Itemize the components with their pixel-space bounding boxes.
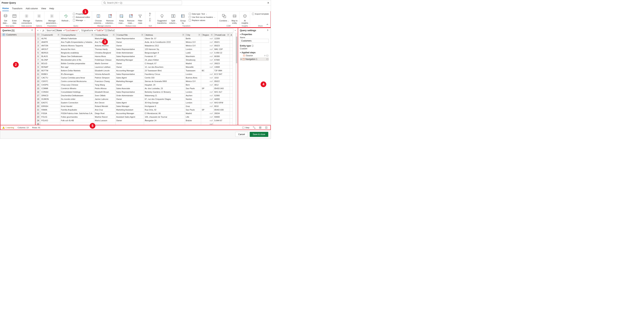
table-row[interactable]: 24FOLKOFolk och fä HBMaria LarssonOwnerÅ… <box>36 119 233 122</box>
collapse-queries-button[interactable] <box>31 29 33 32</box>
combine-button[interactable]: Combine⌄ <box>218 12 230 22</box>
sort-asc-button[interactable]: A↓Z <box>146 12 154 17</box>
save-close-button[interactable]: Save & close <box>250 132 268 137</box>
split-column-button[interactable]: Splitcolumn⌄ <box>168 12 178 24</box>
column-header-postalcode[interactable]: ABCPostalCode▾ <box>214 33 230 37</box>
filter-button[interactable]: ▾ <box>58 34 59 36</box>
filter-button[interactable]: ▾ <box>92 34 93 36</box>
tab-transform[interactable]: Transform <box>12 6 22 11</box>
ribbon-collapse-button[interactable] <box>266 23 268 26</box>
grid-view-button[interactable] <box>258 126 262 129</box>
filter-button[interactable]: ▾ <box>141 34 143 36</box>
step-menu-icon[interactable] <box>266 54 268 57</box>
table-row[interactable]: 19EASTCEastern ConnectionAnn DevonSales … <box>36 101 233 104</box>
formula-cancel-button[interactable]: ✕ <box>37 29 39 32</box>
formula-expand-button[interactable] <box>234 29 236 32</box>
table-row[interactable]: 22FISSAFISSA Fabrica Inter. Salchichas S… <box>36 112 233 115</box>
applied-steps-section[interactable]: ▾Applied steps <box>240 51 269 54</box>
tab-add-column[interactable]: Add column <box>26 6 38 11</box>
filter-button[interactable]: ▾ <box>182 34 184 36</box>
column-header-region[interactable]: ABCRegion▾ <box>201 33 214 37</box>
group-by-button[interactable]: Groupby <box>179 12 187 24</box>
applied-step[interactable]: ✕Navigation 1 <box>240 58 269 61</box>
info-icon[interactable]: i <box>252 45 254 47</box>
use-first-row-as-headers-button[interactable]: Use first row as headers⌄ <box>188 16 216 18</box>
tab-home[interactable]: Home <box>2 6 9 11</box>
table-row[interactable]: 14CHOPSChop-suey ChineseYang WangOwnerHa… <box>36 83 233 86</box>
column-overflow[interactable]: A <box>230 33 233 37</box>
formula-input[interactable]: Source{[Name = "Customers", Signature = … <box>45 28 233 32</box>
choose-columns-button[interactable]: Choosecolumns⌄ <box>93 12 104 24</box>
remove-rows-button[interactable]: Removerows⌄ <box>126 12 135 24</box>
step-menu-icon[interactable] <box>266 58 268 60</box>
table-row[interactable]: 4AROUTAround the HornThomas HardySales R… <box>36 48 233 51</box>
options-button[interactable]: Options <box>35 12 43 22</box>
formula-accept-button[interactable]: ✓ <box>40 29 42 32</box>
sort-desc-button[interactable]: Z↓A <box>146 18 154 22</box>
table-row[interactable]: 13CENTCCentro comercial MoctezumaFrancis… <box>36 80 233 83</box>
data-table[interactable]: ABCCustomerID▾ABCCompanyName▾ABCContactN… <box>36 33 233 125</box>
table-row[interactable]: 16CONSHConsolidated HoldingsElizabeth Br… <box>36 90 233 94</box>
table-row[interactable]: 17DRACDDrachenblut DelikatessenSven Ottl… <box>36 94 233 97</box>
get-data-button[interactable]: Getdata⌄ <box>2 12 10 24</box>
gear-icon[interactable] <box>264 54 266 57</box>
table-row[interactable]: 20ERNSHErnst HandelRoland MendelSales Ma… <box>36 104 233 108</box>
tab-view[interactable]: View <box>41 6 46 11</box>
search-input[interactable] <box>107 2 180 4</box>
table-row[interactable]: 5BERGSBerglunds snabbköpChristina Berglu… <box>36 51 233 54</box>
table-row[interactable]: 21FAMIAFamilia ArquibaldoAria CruzMarket… <box>36 108 233 112</box>
advanced-editor-button[interactable]: Advanced editor <box>72 16 91 18</box>
ai-insights-button[interactable]: AIinsights <box>241 12 249 24</box>
manage-parameters-button[interactable]: Manageparameters⌄ <box>46 12 59 24</box>
search-box[interactable] <box>102 1 182 5</box>
close-button[interactable]: ✕ <box>267 2 269 4</box>
filter-button[interactable]: ▾ <box>211 34 213 36</box>
cancel-button[interactable]: Cancel <box>235 132 248 137</box>
column-header-contactname[interactable]: ABCContactName▾ <box>94 33 116 37</box>
keep-rows-button[interactable]: Keeprows⌄ <box>118 12 125 24</box>
table-row[interactable]: 3ANTONAntonio Moreno TaqueríaAntonio Mor… <box>36 44 233 48</box>
refresh-button[interactable]: Refresh⌄ <box>61 12 71 22</box>
table-row[interactable]: 8BOLIDBólido Comidas preparadasMartín So… <box>36 62 233 65</box>
column-header-customerid[interactable]: ABCCustomerID▾ <box>41 33 60 37</box>
query-name-input[interactable] <box>240 39 269 43</box>
data-type-text-button[interactable]: Data type: Text⌄ <box>188 12 216 15</box>
properties-section[interactable]: ▾Properties <box>240 33 269 36</box>
table-row[interactable]: 23FOLIGFolies gourmandesMartine RancéAss… <box>36 115 233 119</box>
map-to-entity-button[interactable]: CDMMap toentity <box>231 12 238 24</box>
table-row[interactable]: 10BOTTMBottom-Dollar MarketsElizabeth Li… <box>36 69 233 72</box>
step-button[interactable]: Step <box>241 126 250 129</box>
table-row[interactable]: 18DUMONDu monde entierJanine LabruneOwne… <box>36 97 233 101</box>
enter-data-button[interactable]: Enterdata <box>10 12 18 24</box>
table-row[interactable]: 25null <box>36 122 233 125</box>
manage-button[interactable]: Manage⌄ <box>72 19 91 22</box>
table-row[interactable]: 1ALFKIAlfreds FutterkisteMaria AndersSal… <box>36 37 233 40</box>
schema-view-button[interactable] <box>264 126 268 129</box>
vertical-scrollbar[interactable] <box>236 33 238 125</box>
table-row[interactable]: 9BONAPBon app'Laurence LebihanOwner12, r… <box>36 65 233 69</box>
table-row[interactable]: 15COMMIComércio MineiroPedro AfonsoSales… <box>36 86 233 90</box>
table-row[interactable]: 7BLONPBlondesddsl père et filsFrédérique… <box>36 58 233 62</box>
column-header-companyname[interactable]: ABCCompanyName▾ <box>60 33 94 37</box>
applied-step[interactable]: Source <box>240 54 269 58</box>
column-header-city[interactable]: ABCCity▾ <box>185 33 201 37</box>
table-row[interactable]: 11BSBEVB's BeveragesVictoria AshworthSal… <box>36 72 233 76</box>
replace-values-button[interactable]: Replace values <box>188 19 216 22</box>
diagram-view-button[interactable] <box>252 126 256 129</box>
suggested-transforms-button[interactable]: Suggestedtransforms <box>156 12 167 24</box>
remove-columns-button[interactable]: Removecolumns⌄ <box>105 12 115 24</box>
filter-button[interactable]: ▾ <box>198 34 200 36</box>
delete-step-icon[interactable]: ✕ <box>240 58 242 60</box>
column-header-contacttitle[interactable]: ABCContactTitle▾ <box>116 33 144 37</box>
filter-rows-button[interactable]: Filterrows <box>136 12 144 24</box>
table-corner[interactable] <box>36 33 41 37</box>
filter-button[interactable]: ▾ <box>227 34 229 36</box>
table-row[interactable]: 2ANATRAna Trujillo Emparedados y helados… <box>36 40 233 44</box>
collapse-settings-button[interactable] <box>267 29 269 32</box>
table-row[interactable]: 12CACTUCactus Comidas para llevarPatrici… <box>36 76 233 80</box>
export-template-button[interactable]: Export template <box>251 12 270 15</box>
tab-help[interactable]: Help <box>49 6 54 11</box>
warning-indicator[interactable]: ! 1 warning <box>2 126 14 129</box>
filter-button[interactable]: ▾ <box>113 34 114 36</box>
query-item[interactable]: Customers <box>0 33 35 37</box>
